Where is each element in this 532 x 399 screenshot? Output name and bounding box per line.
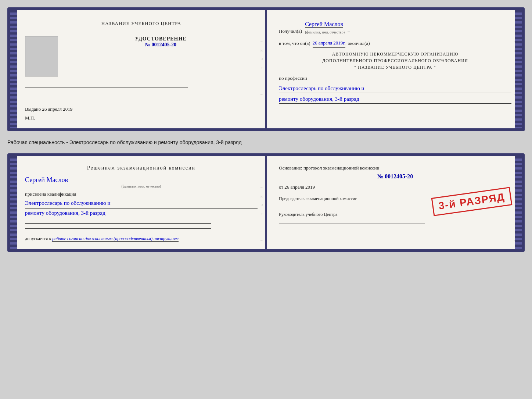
admitted-prefix: допускается к (25, 236, 51, 241)
profession-line2: ремонту оборудования, 3-й разряд (279, 95, 511, 104)
date-suffix: окончил(а) (348, 39, 370, 47)
received-label: Получил(а) (279, 27, 302, 35)
chairman-block: Председатель экзаменационной комиссии (279, 196, 425, 208)
mp-label: М.П. (25, 115, 258, 121)
bottom-border-left (10, 156, 17, 249)
udost-label: УДОСТОВЕРЕНИЕ (64, 36, 258, 42)
admitted-block: допускается к работе согласно должностны… (25, 236, 258, 242)
photo-placeholder (25, 36, 58, 76)
chairman-label: Председатель экзаменационной комиссии (279, 196, 357, 201)
basis-block: Основание: протокол экзаменационной коми… (279, 165, 511, 180)
basis-date: 26 апреля 2019 (284, 184, 315, 190)
bottom-certificate: Решением экзаменационной комиссии Сергей… (7, 153, 525, 252)
decision-title: Решением экзаменационной комиссии (25, 165, 258, 171)
fio-sub2: (фамилия, имя, отчество) (25, 184, 258, 188)
director-label: Руководитель учебного Центра (279, 212, 337, 217)
org-line2: ДОПОЛНИТЕЛЬНОГО ПРОФЕССИОНАЛЬНОГО ОБРАЗО… (279, 57, 511, 64)
border-right-deco (515, 10, 522, 128)
basis-number: № 0012405-20 (279, 173, 511, 180)
page-wrapper: НАЗВАНИЕ УЧЕБНОГО ЦЕНТРА УДОСТОВЕРЕНИЕ №… (7, 7, 525, 252)
udost-number: № 0012405-20 (64, 42, 258, 48)
issued-date: 26 апреля 2019 (42, 106, 73, 112)
top-right-content: Получил(а) Сергей Маслов (фамилия, имя, … (279, 19, 511, 104)
person-name: Сергей Маслов (25, 176, 98, 184)
name-block: Сергей Маслов (фамилия, имя, отчество) (25, 176, 258, 188)
bottom-cert-right-page: Основание: протокол экзаменационной коми… (268, 156, 522, 249)
org-block: АВТОНОМНУЮ НЕКОММЕРЧЕСКУЮ ОРГАНИЗАЦИЮ ДО… (279, 51, 511, 71)
top-cert-title: НАЗВАНИЕ УЧЕБНОГО ЦЕНТРА (25, 21, 258, 26)
profession-line1: Электрослесарь по обслуживанию и (279, 84, 511, 93)
admitted-text: работе согласно должностным (производств… (52, 236, 179, 242)
from-label: от (279, 184, 283, 190)
date-value: 26 апреля 2019г. (313, 39, 346, 48)
dash1: – (348, 27, 350, 35)
date-line: в том, что он(а) 26 апреля 2019г. окончи… (279, 39, 511, 48)
bottom-cert-left-page: Решением экзаменационной комиссии Сергей… (10, 156, 268, 249)
issued-block: Выдано 26 апреля 2019 (25, 106, 258, 112)
director-block: Руководитель учебного Центра (279, 212, 425, 224)
chairman-sig-line (279, 202, 425, 208)
recipient-line: Получил(а) Сергей Маслов (фамилия, имя, … (279, 19, 511, 35)
top-cert-left-page: НАЗВАНИЕ УЧЕБНОГО ЦЕНТРА УДОСТОВЕРЕНИЕ №… (10, 10, 268, 128)
director-sig-line (279, 217, 425, 224)
profession-block: по профессии Электрослесарь по обслужива… (279, 74, 511, 104)
stamp: 3-й РАЗРЯД (431, 187, 513, 216)
top-cert-right-page: Получил(а) Сергей Маслов (фамилия, имя, … (268, 10, 522, 128)
qualification-line1: Электрослесарь по обслуживанию и (25, 199, 258, 209)
assigned-label: присвоена квалификация (25, 191, 258, 197)
stamp-text: 3-й РАЗРЯД (438, 191, 506, 211)
basis-date-block: от 26 апреля 2019 (279, 184, 511, 190)
between-label: Рабочая специальность - Электрослесарь п… (7, 138, 525, 147)
right-deco: – – – и ,а ← – – – (260, 21, 263, 117)
bottom-border-right (515, 156, 522, 249)
border-left-deco (10, 10, 17, 128)
profession-prefix: по профессии (279, 75, 307, 81)
date-prefix: в том, что он(а) (279, 39, 310, 47)
fio-sub: (фамилия, имя, отчество) (305, 29, 345, 35)
issued-label: Выдано (25, 106, 41, 112)
qualification-line2: ремонту оборудования, 3-й разряд (25, 209, 258, 218)
recipient-name: Сергей Маслов (305, 21, 343, 28)
org-line1: АВТОНОМНУЮ НЕКОММЕРЧЕСКУЮ ОРГАНИЗАЦИЮ (279, 51, 511, 57)
org-line3: " НАЗВАНИЕ УЧЕБНОГО ЦЕНТРА " (279, 64, 511, 71)
basis-text: Основание: протокол экзаменационной коми… (279, 165, 379, 171)
top-certificate: НАЗВАНИЕ УЧЕБНОГО ЦЕНТРА УДОСТОВЕРЕНИЕ №… (7, 7, 525, 131)
right-deco3: – – – и ,а ← – – – (260, 167, 263, 238)
